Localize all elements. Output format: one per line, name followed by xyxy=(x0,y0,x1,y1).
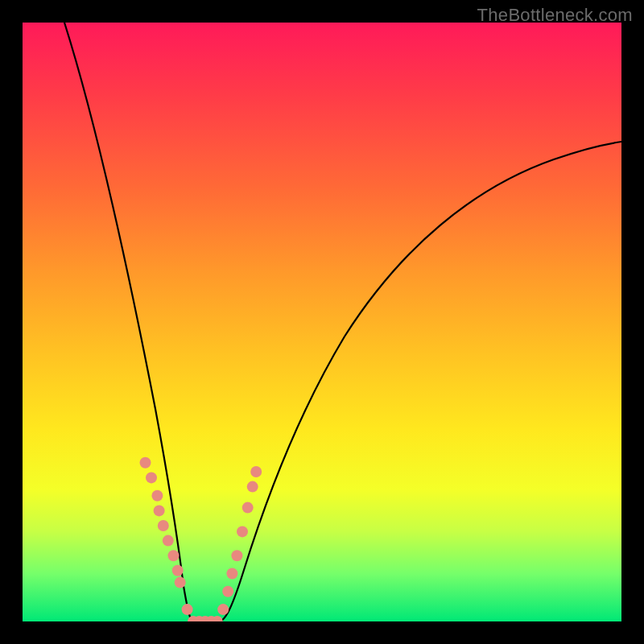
data-dot xyxy=(231,550,242,561)
data-dot xyxy=(217,604,229,615)
chart-frame: TheBottleneck.com xyxy=(0,0,644,644)
data-dot xyxy=(182,604,193,615)
chart-plot-area xyxy=(23,23,621,621)
bottleneck-curve-svg xyxy=(23,23,621,621)
data-dot xyxy=(163,535,174,547)
data-dot xyxy=(158,520,169,531)
data-dot xyxy=(175,577,186,588)
watermark-text: TheBottleneck.com xyxy=(477,5,633,26)
data-dot xyxy=(222,586,233,597)
data-dot xyxy=(242,502,254,514)
data-dot xyxy=(247,481,258,493)
data-dot xyxy=(250,466,262,477)
data-dot xyxy=(146,472,157,483)
data-dot xyxy=(140,457,151,469)
data-dot xyxy=(237,526,248,537)
data-dot xyxy=(226,568,237,580)
dot-cluster xyxy=(140,457,262,621)
data-dot xyxy=(172,565,184,576)
bottleneck-curve-path xyxy=(64,23,621,621)
data-dot xyxy=(154,505,165,516)
data-dot xyxy=(151,490,163,502)
data-dot xyxy=(168,550,180,561)
